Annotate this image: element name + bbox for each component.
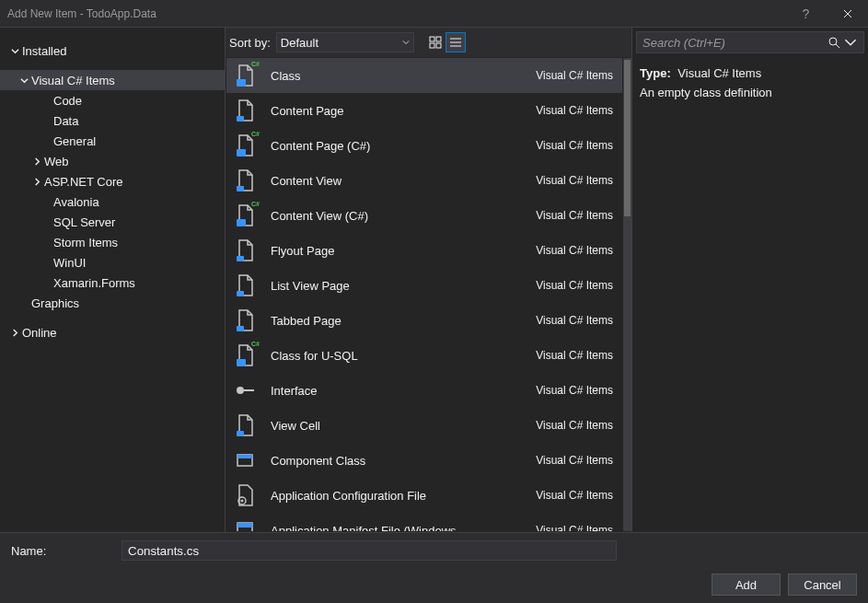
template-category: Visual C# Items (536, 524, 613, 531)
footer: Name: Add Cancel (0, 532, 868, 603)
view-large-icons-button[interactable] (425, 32, 446, 52)
tree-label: Avalonia (53, 195, 99, 209)
class-icon: C# (232, 342, 258, 368)
close-icon (843, 9, 852, 18)
page-icon (232, 168, 258, 193)
class-icon: C# (232, 63, 258, 88)
template-category: Visual C# Items (536, 279, 613, 292)
class-icon: C# (232, 203, 258, 228)
svg-rect-15 (237, 359, 246, 366)
tree-item[interactable]: Data (0, 110, 225, 131)
tree-item-visual-csharp[interactable]: Visual C# Items (0, 70, 225, 90)
grid-icon (429, 36, 442, 49)
svg-rect-24 (237, 523, 252, 528)
svg-point-22 (241, 500, 244, 503)
tree-item-installed[interactable]: Installed (0, 41, 225, 61)
svg-rect-3 (436, 43, 441, 48)
template-category: Visual C# Items (536, 454, 613, 467)
template-item[interactable]: Application Configuration FileVisual C# … (226, 478, 622, 513)
svg-rect-18 (237, 431, 244, 436)
tree-item[interactable]: Code (0, 90, 225, 110)
scrollbar[interactable] (623, 58, 631, 531)
template-name: Content Page (271, 104, 536, 118)
view-small-icons-button[interactable] (446, 32, 466, 52)
search-input[interactable] (642, 36, 827, 50)
config-icon (232, 482, 258, 508)
template-name: Component Class (271, 454, 536, 468)
add-button[interactable]: Add (712, 574, 781, 596)
scrollbar-thumb[interactable] (624, 60, 631, 216)
template-name: Content View (C#) (271, 209, 536, 223)
svg-rect-13 (237, 291, 244, 296)
page-icon (232, 412, 258, 438)
tree-item-graphics[interactable]: Graphics (0, 293, 225, 313)
name-input[interactable] (122, 540, 617, 561)
svg-line-26 (836, 44, 839, 48)
template-category: Visual C# Items (536, 349, 613, 362)
tree-label: Code (53, 94, 82, 108)
template-name: Content View (271, 174, 536, 188)
template-item[interactable]: C#Content Page (C#)Visual C# Items (226, 128, 622, 163)
tree-label: General (53, 134, 96, 148)
sort-dropdown[interactable]: Default (276, 32, 414, 52)
template-category: Visual C# Items (536, 419, 613, 432)
template-panel: Sort by: Default (225, 28, 632, 532)
tree-label: Visual C# Items (31, 74, 115, 87)
component-icon (232, 447, 258, 473)
tree-item[interactable]: General (0, 131, 225, 151)
template-name: Interface (271, 384, 536, 398)
template-item[interactable]: List View PageVisual C# Items (226, 268, 622, 303)
tree-item[interactable]: ASP.NET Core (0, 171, 225, 191)
template-item[interactable]: Content PageVisual C# Items (226, 93, 622, 128)
search-box[interactable] (636, 31, 864, 53)
template-category: Visual C# Items (536, 209, 613, 222)
chevron-down-icon (402, 39, 410, 46)
svg-rect-11 (237, 219, 246, 226)
svg-rect-10 (237, 186, 244, 191)
category-tree: Installed Visual C# Items CodeDataGenera… (0, 28, 225, 532)
interface-icon (232, 377, 258, 403)
tree-item[interactable]: WinUI (0, 252, 225, 273)
close-button[interactable] (827, 0, 868, 28)
details-type: Type: Visual C# Items (640, 66, 861, 80)
template-name: Tabbed Page (271, 314, 536, 328)
template-item[interactable]: Content ViewVisual C# Items (226, 163, 622, 198)
chevron-down-icon (17, 76, 31, 85)
template-item[interactable]: C#Class for U-SQLVisual C# Items (226, 338, 622, 373)
class-icon: C# (232, 133, 258, 158)
help-button[interactable]: ? (785, 0, 827, 28)
titlebar: Add New Item - TodoApp.Data ? (0, 0, 868, 28)
template-item[interactable]: C#ClassVisual C# Items (226, 58, 622, 93)
tree-label: Installed (22, 44, 66, 58)
tree-item[interactable]: Xamarin.Forms (0, 273, 225, 293)
page-icon (232, 307, 258, 333)
tree-label: Storm Items (53, 236, 118, 249)
tree-item[interactable]: Avalonia (0, 191, 225, 212)
template-category: Visual C# Items (536, 384, 613, 397)
svg-rect-20 (237, 455, 252, 458)
name-label: Name: (11, 544, 122, 558)
tree-label: ASP.NET Core (44, 175, 123, 189)
main-content: Installed Visual C# Items CodeDataGenera… (0, 28, 868, 532)
svg-rect-9 (237, 149, 246, 157)
cancel-button[interactable]: Cancel (788, 574, 857, 596)
template-category: Visual C# Items (536, 104, 613, 117)
tree-item[interactable]: SQL Server (0, 212, 225, 232)
template-item[interactable]: Component ClassVisual C# Items (226, 443, 622, 478)
template-item[interactable]: View CellVisual C# Items (226, 408, 622, 443)
chevron-down-icon (7, 47, 22, 55)
type-value: Visual C# Items (677, 66, 761, 80)
tree-item[interactable]: Storm Items (0, 232, 225, 252)
template-name: Application Manifest File (Windows (271, 524, 536, 532)
template-name: Flyout Page (271, 244, 536, 258)
template-item[interactable]: Flyout PageVisual C# Items (226, 233, 622, 268)
tree-item[interactable]: Web (0, 151, 225, 171)
template-item[interactable]: Tabbed PageVisual C# Items (226, 303, 622, 338)
type-label: Type: (640, 66, 671, 80)
svg-point-16 (237, 387, 244, 394)
chevron-down-icon[interactable] (843, 36, 858, 49)
tree-item-online[interactable]: Online (0, 322, 225, 342)
template-item[interactable]: InterfaceVisual C# Items (226, 373, 622, 408)
template-item[interactable]: C#Content View (C#)Visual C# Items (226, 198, 622, 233)
template-item[interactable]: Application Manifest File (WindowsVisual… (226, 513, 622, 531)
